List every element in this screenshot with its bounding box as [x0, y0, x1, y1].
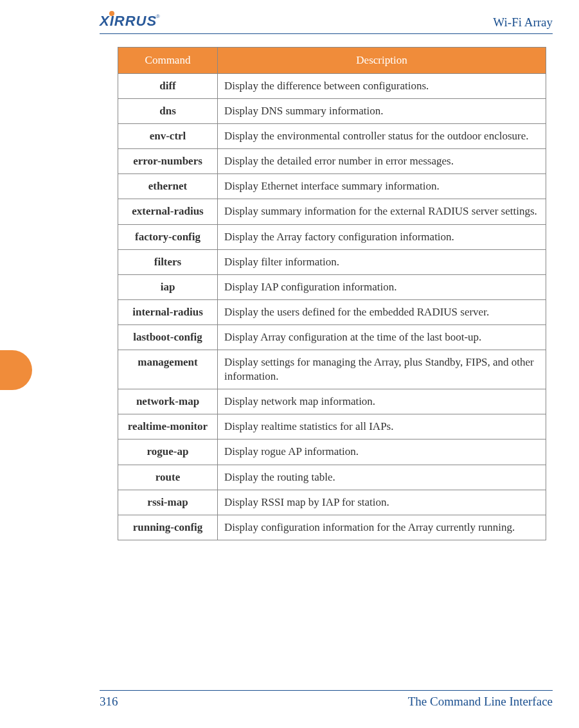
desc-cell: Display rogue AP information.	[218, 439, 546, 465]
desc-cell: Display realtime statistics for all IAPs…	[218, 414, 546, 439]
page-content: XIRRUS® Wi-Fi Array Command Description …	[100, 13, 553, 540]
cmd-cell: external-radius	[118, 199, 218, 224]
cmd-cell: dns	[118, 99, 218, 124]
th-command: Command	[118, 48, 218, 74]
xirrus-logo: XIRRUS®	[100, 13, 161, 30]
table-row: dnsDisplay DNS summary information.	[118, 99, 546, 124]
cmd-cell: route	[118, 465, 218, 490]
desc-cell: Display the detailed error number in err…	[218, 149, 546, 174]
table-row: network-mapDisplay network map informati…	[118, 389, 546, 414]
cmd-cell: network-map	[118, 389, 218, 414]
cmd-cell: factory-config	[118, 224, 218, 249]
table-row: env-ctrlDisplay the environmental contro…	[118, 124, 546, 149]
page-number: 316	[100, 695, 118, 709]
desc-cell: Display filter information.	[218, 249, 546, 274]
footer-section-title: The Command Line Interface	[408, 695, 553, 709]
cmd-cell: filters	[118, 249, 218, 274]
cmd-cell: error-numbers	[118, 149, 218, 174]
desc-cell: Display Array configuration at the time …	[218, 324, 546, 350]
table-row: routeDisplay the routing table.	[118, 465, 546, 490]
table-row: running-configDisplay configuration info…	[118, 515, 546, 540]
page-header: XIRRUS® Wi-Fi Array	[100, 13, 553, 34]
table-row: diffDisplay the difference between confi…	[118, 74, 546, 99]
cmd-cell: diff	[118, 74, 218, 99]
desc-cell: Display IAP configuration information.	[218, 274, 546, 299]
cmd-cell: lastboot-config	[118, 324, 218, 350]
table-row: lastboot-configDisplay Array configurati…	[118, 324, 546, 350]
desc-cell: Display DNS summary information.	[218, 99, 546, 124]
side-tab-marker	[0, 350, 32, 390]
desc-cell: Display the users defined for the embedd…	[218, 299, 546, 324]
cmd-cell: rogue-ap	[118, 439, 218, 465]
desc-cell: Display the Array factory configuration …	[218, 224, 546, 249]
table-row: factory-configDisplay the Array factory …	[118, 224, 546, 249]
desc-cell: Display the routing table.	[218, 465, 546, 490]
table-row: rogue-apDisplay rogue AP information.	[118, 439, 546, 465]
table-header-row: Command Description	[118, 48, 546, 74]
command-table: Command Description diffDisplay the diff…	[118, 47, 546, 540]
table-row: realtime-monitorDisplay realtime statist…	[118, 414, 546, 439]
table-row: filtersDisplay filter information.	[118, 249, 546, 274]
table-body: diffDisplay the difference between confi…	[118, 74, 546, 540]
cmd-cell: internal-radius	[118, 299, 218, 324]
cmd-cell: iap	[118, 274, 218, 299]
registered-mark: ®	[156, 13, 160, 19]
desc-cell: Display Ethernet interface summary infor…	[218, 174, 546, 199]
desc-cell: Display network map information.	[218, 389, 546, 414]
table-row: internal-radiusDisplay the users defined…	[118, 299, 546, 324]
desc-cell: Display the environmental controller sta…	[218, 124, 546, 149]
cmd-cell: env-ctrl	[118, 124, 218, 149]
cmd-cell: running-config	[118, 515, 218, 540]
cmd-cell: realtime-monitor	[118, 414, 218, 439]
desc-cell: Display summary information for the exte…	[218, 199, 546, 224]
table-row: rssi-mapDisplay RSSI map by IAP for stat…	[118, 490, 546, 515]
th-description: Description	[218, 48, 546, 74]
desc-cell: Display settings for managing the Array,…	[218, 350, 546, 389]
table-row: external-radiusDisplay summary informati…	[118, 199, 546, 224]
logo-text: XIRRUS	[100, 13, 157, 30]
desc-cell: Display RSSI map by IAP for station.	[218, 490, 546, 515]
table-row: managementDisplay settings for managing …	[118, 350, 546, 389]
table-row: error-numbersDisplay the detailed error …	[118, 149, 546, 174]
header-title: Wi-Fi Array	[493, 15, 553, 30]
table-row: iapDisplay IAP configuration information…	[118, 274, 546, 299]
cmd-cell: ethernet	[118, 174, 218, 199]
cmd-cell: rssi-map	[118, 490, 218, 515]
table-row: ethernetDisplay Ethernet interface summa…	[118, 174, 546, 199]
cmd-cell: management	[118, 350, 218, 389]
desc-cell: Display configuration information for th…	[218, 515, 546, 540]
page-footer: 316 The Command Line Interface	[100, 690, 553, 709]
desc-cell: Display the difference between configura…	[218, 74, 546, 99]
